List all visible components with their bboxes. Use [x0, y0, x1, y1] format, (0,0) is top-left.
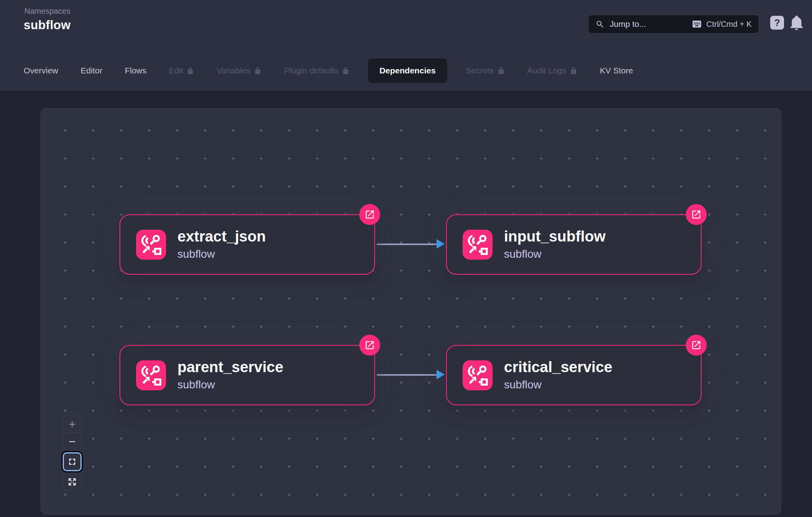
keyboard-icon — [692, 19, 702, 29]
tab-kv-store[interactable]: KV Store — [600, 66, 633, 75]
search-shortcut: Ctrl/Cmd + K — [706, 20, 752, 29]
top-header: Namespaces subflow Jump to... Ctrl/Cmd +… — [0, 0, 812, 51]
dependency-graph-canvas[interactable]: extract_json subflow — [41, 108, 781, 515]
tab-secrets-locked: Secrets — [466, 66, 505, 75]
open-in-new-icon — [364, 209, 375, 220]
edge-arrowhead-icon — [437, 370, 445, 379]
open-in-new-icon — [364, 340, 375, 350]
graph-node-input-subflow[interactable]: input_subflow subflow — [446, 214, 702, 275]
expand-all-icon — [67, 477, 77, 487]
edge-arrowhead-icon — [437, 239, 445, 249]
lock-icon — [570, 67, 577, 75]
search-placeholder: Jump to... — [610, 19, 646, 29]
open-flow-button[interactable] — [359, 204, 380, 225]
fullscreen-button[interactable] — [63, 473, 82, 491]
graph-node-critical-service[interactable]: critical_service subflow — [446, 345, 702, 405]
node-title: critical_service — [504, 359, 612, 376]
tab-dependencies-active[interactable]: Dependencies — [368, 58, 447, 83]
minus-icon: − — [69, 435, 76, 448]
node-title: extract_json — [177, 229, 266, 245]
search-input[interactable]: Jump to... Ctrl/Cmd + K — [588, 15, 759, 34]
lock-icon — [497, 67, 505, 75]
zoom-in-button[interactable]: + — [63, 416, 82, 433]
tab-flows[interactable]: Flows — [125, 66, 146, 75]
tab-overview[interactable]: Overview — [24, 66, 58, 75]
tab-edit-locked: Edit — [169, 66, 194, 75]
subflow-task-icon — [463, 230, 493, 260]
search-icon — [595, 20, 605, 29]
node-subtitle: subflow — [504, 248, 606, 260]
lock-icon — [254, 67, 261, 75]
lock-icon — [342, 67, 349, 75]
tab-variables-locked: Variables — [217, 66, 261, 75]
tab-plugin-defaults-locked: Plugin defaults — [284, 66, 349, 75]
app-window: Namespaces subflow Jump to... Ctrl/Cmd +… — [0, 0, 812, 517]
namespace-tabs: Overview Editor Flows Edit Variables Plu… — [0, 51, 812, 90]
page-title: subflow — [24, 18, 71, 32]
breadcrumb[interactable]: Namespaces — [24, 7, 71, 16]
bell-icon — [788, 14, 805, 31]
lock-icon — [187, 67, 194, 75]
tab-audit-logs-locked: Audit Logs — [527, 66, 577, 75]
help-button[interactable]: ? — [770, 16, 784, 30]
fit-to-screen-icon — [67, 457, 77, 466]
subflow-task-icon — [463, 360, 493, 390]
fit-to-screen-button[interactable] — [63, 452, 82, 471]
plus-icon: + — [69, 418, 76, 431]
open-flow-button[interactable] — [686, 335, 707, 356]
open-in-new-icon — [691, 340, 702, 350]
subflow-task-icon — [136, 230, 166, 260]
node-subtitle: subflow — [177, 248, 266, 260]
graph-node-parent-service[interactable]: parent_service subflow — [119, 345, 375, 405]
node-subtitle: subflow — [504, 378, 612, 391]
graph-node-extract-json[interactable]: extract_json subflow — [119, 214, 375, 275]
zoom-out-button[interactable]: − — [63, 433, 82, 450]
open-flow-button[interactable] — [686, 204, 707, 225]
edge-extract-to-input — [377, 244, 437, 245]
edge-parent-to-critical — [377, 374, 437, 376]
canvas-zoom-controls: + − — [63, 416, 82, 491]
subflow-task-icon — [136, 360, 166, 390]
node-subtitle: subflow — [177, 378, 283, 391]
node-title: parent_service — [177, 359, 283, 376]
help-icon: ? — [774, 17, 780, 28]
node-title: input_subflow — [504, 229, 606, 245]
tab-editor[interactable]: Editor — [81, 66, 103, 75]
open-in-new-icon — [691, 209, 702, 220]
notifications-button[interactable] — [788, 14, 805, 31]
open-flow-button[interactable] — [359, 335, 380, 356]
